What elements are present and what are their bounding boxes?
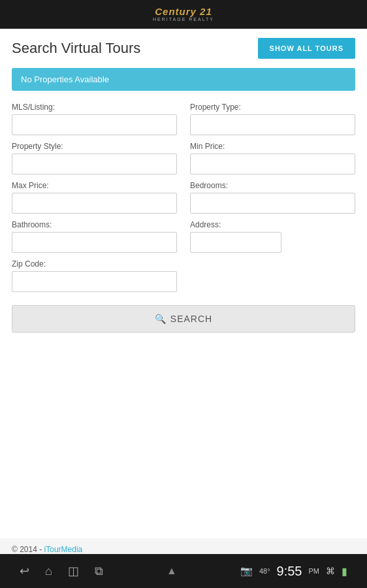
main-content-area: Search Virtual Tours SHOW ALL TOURS No P…: [0, 29, 367, 538]
temperature-text: 48°: [259, 567, 270, 575]
address-label: Address:: [190, 220, 355, 229]
bathrooms-input[interactable]: [12, 232, 177, 253]
property-style-group: Property Style:: [12, 142, 177, 174]
address-input[interactable]: [190, 232, 281, 253]
min-price-label: Min Price:: [190, 142, 355, 151]
back-icon[interactable]: ↩: [20, 564, 29, 578]
form-row-5: Zip Code:: [12, 259, 355, 292]
up-arrow-icon[interactable]: ▲: [167, 565, 177, 577]
show-all-tours-button[interactable]: SHOW ALL TOURS: [258, 38, 355, 59]
property-style-label: Property Style:: [12, 142, 177, 151]
home-icon[interactable]: ⌂: [45, 564, 52, 578]
bottom-status-area: 📷 48° 9:55 PM ⌘ ▮: [240, 564, 347, 579]
grid-icon[interactable]: ⧉: [95, 564, 103, 578]
min-price-input[interactable]: [190, 154, 355, 174]
footer-area: © 2014 - iTourMedia: [0, 538, 367, 554]
mls-input[interactable]: [12, 114, 177, 135]
bathrooms-label: Bathrooms:: [12, 220, 177, 229]
max-price-label: Max Price:: [12, 181, 177, 190]
bottom-system-bar: ↩ ⌂ ◫ ⧉ ▲ 📷 48° 9:55 PM ⌘ ▮: [0, 554, 367, 588]
zip-code-input[interactable]: [12, 271, 177, 292]
form-row-1: MLS/Listing: Property Type:: [12, 103, 355, 135]
max-price-input[interactable]: [12, 193, 177, 214]
search-form: MLS/Listing: Property Type: Property Sty…: [12, 103, 355, 333]
search-button-row: 🔍 SEARCH: [12, 305, 355, 333]
zip-code-group: Zip Code:: [12, 259, 177, 292]
bedrooms-group: Bedrooms:: [190, 181, 355, 214]
search-icon: 🔍: [155, 314, 167, 324]
bedrooms-label: Bedrooms:: [190, 181, 355, 190]
bedrooms-input[interactable]: [190, 193, 355, 214]
zip-code-label: Zip Code:: [12, 259, 177, 269]
clock-display: 9:55: [277, 564, 302, 579]
search-button-label: SEARCH: [170, 314, 212, 324]
property-style-input[interactable]: [12, 154, 177, 174]
itourmedia-link[interactable]: iTourMedia: [44, 545, 83, 554]
wifi-icon: ⌘: [326, 566, 335, 576]
bottom-center-area: ▲: [167, 565, 177, 577]
property-type-group: Property Type:: [190, 103, 355, 135]
mls-label: MLS/Listing:: [12, 103, 177, 112]
camera-icon: 📷: [240, 565, 253, 577]
bottom-nav-icons: ↩ ⌂ ◫ ⧉: [20, 564, 103, 578]
recents-icon[interactable]: ◫: [68, 564, 79, 578]
search-button[interactable]: 🔍 SEARCH: [12, 305, 355, 333]
form-row-4: Bathrooms: Address:: [12, 220, 355, 253]
bathrooms-group: Bathrooms:: [12, 220, 177, 253]
form-row-3: Max Price: Bedrooms:: [12, 181, 355, 214]
mls-listing-group: MLS/Listing:: [12, 103, 177, 135]
no-properties-banner: No Properties Available: [12, 68, 355, 91]
top-navigation-bar: Century 21 Heritage Realty: [0, 0, 367, 29]
clock-ampm: PM: [308, 567, 319, 575]
logo-sub-text: Heritage Realty: [153, 17, 214, 22]
address-group: Address:: [190, 220, 355, 253]
header-row: Search Virtual Tours SHOW ALL TOURS: [12, 38, 355, 59]
max-price-group: Max Price:: [12, 181, 177, 214]
copyright-text: © 2014 -: [12, 545, 44, 554]
form-row-2: Property Style: Min Price:: [12, 142, 355, 174]
page-title: Search Virtual Tours: [12, 40, 140, 57]
property-type-input[interactable]: [190, 114, 355, 135]
min-price-group: Min Price:: [190, 142, 355, 174]
battery-icon: ▮: [342, 565, 347, 578]
property-type-label: Property Type:: [190, 103, 355, 112]
app-logo: Century 21 Heritage Realty: [153, 7, 214, 22]
logo-brand-text: Century 21: [155, 7, 212, 18]
